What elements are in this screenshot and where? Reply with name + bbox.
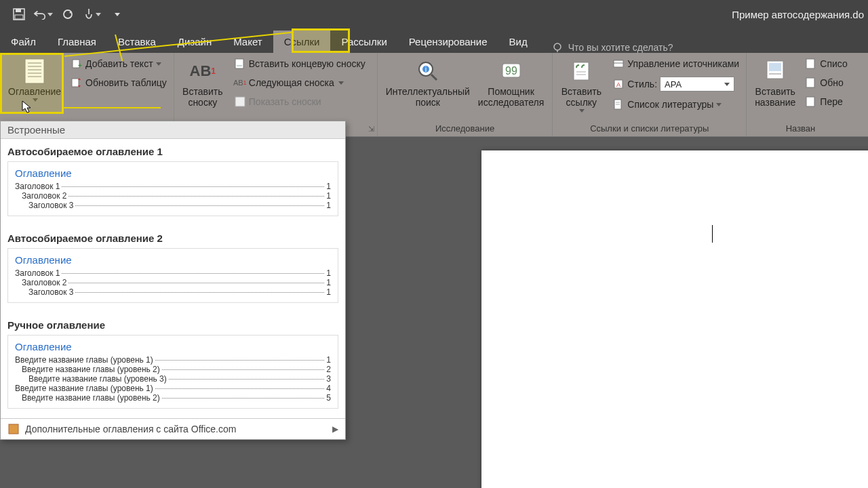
quick-access-toolbar: Пример автосодержания.do: [0, 0, 868, 28]
svg-rect-38: [806, 78, 814, 87]
svg-text:i: i: [425, 65, 427, 73]
svg-text:+: +: [78, 62, 82, 69]
undo-icon[interactable]: [34, 5, 53, 24]
citation-style-dropdown[interactable]: APA: [660, 77, 734, 92]
style-icon: A: [612, 78, 625, 90]
next-footnote-icon: AB1: [234, 77, 246, 89]
footnote-icon: AB1: [188, 58, 218, 85]
citation-icon: [566, 58, 596, 85]
svg-text:A: A: [616, 81, 620, 88]
toc-preview: ОглавлениеЗаголовок 11Заголовок 21Заголо…: [7, 248, 338, 303]
toc-button[interactable]: Оглавление: [4, 55, 65, 104]
smart-lookup-icon: i: [413, 58, 443, 85]
annotation-line: [62, 107, 161, 108]
svg-point-4: [554, 43, 561, 50]
toc-preview: ОглавлениеЗаголовок 11Заголовок 21Заголо…: [7, 161, 338, 216]
insert-endnote-button[interactable]: Вставить концевую сноску: [231, 56, 368, 71]
toc-preview-row: Заголовок 21: [22, 191, 331, 201]
svg-rect-17: [235, 97, 245, 106]
toc-gallery-item[interactable]: Автособираемое оглавление 2ОглавлениеЗаг…: [1, 226, 345, 312]
svg-rect-40: [9, 424, 18, 434]
toc-gallery: Встроенные Автособираемое оглавление 1Ог…: [0, 121, 346, 440]
tab-рецензирование[interactable]: Рецензирование: [398, 30, 498, 53]
svg-rect-35: [769, 63, 781, 71]
update-table-button[interactable]: Обновить таблицу: [68, 75, 170, 90]
office-icon: [7, 423, 20, 435]
insert-footnote-button[interactable]: AB1 Вставить сноску: [178, 55, 227, 110]
toc-preview-row: Введите название главы (уровень 2)2: [22, 365, 331, 374]
svg-rect-24: [574, 62, 589, 80]
save-icon[interactable]: [9, 5, 28, 24]
smart-lookup-button[interactable]: i Интеллектуальный поиск: [382, 55, 474, 110]
group-citations: Вставить ссылку Управление источниками A…: [553, 53, 747, 136]
manage-sources-button[interactable]: Управление источниками: [610, 56, 742, 71]
group-research: i Интеллектуальный поиск 99 Помощник исс…: [378, 53, 553, 136]
more-toc-office-button[interactable]: Дополнительные оглавления с сайта Office…: [1, 418, 345, 439]
captions-group-label: Назван: [751, 122, 850, 136]
customize-qat-icon[interactable]: [107, 5, 126, 24]
tab-главная[interactable]: Главная: [47, 30, 107, 53]
toc-preview-row: Заголовок 21: [22, 278, 331, 287]
caption-icon: [760, 58, 790, 85]
toc-preview-heading: Оглавление: [15, 167, 331, 179]
toc-preview-row: Введите название главы (уровень 1)4: [15, 384, 331, 393]
chevron-right-icon: ▶: [332, 424, 338, 434]
tab-вид[interactable]: Вид: [498, 30, 538, 53]
svg-rect-6: [25, 59, 44, 83]
manage-sources-icon: [612, 58, 625, 70]
citation-style-row: A Стиль: APA: [610, 75, 742, 93]
gallery-section-builtin: Встроенные: [1, 121, 345, 139]
toc-preview-row: Заголовок 31: [28, 287, 331, 297]
gallery-item-title: Ручное оглавление: [7, 319, 338, 331]
document-area: [346, 137, 868, 488]
show-footnotes-button: Показать сноски: [231, 94, 368, 109]
insert-table-figures-button[interactable]: Списо: [802, 56, 850, 71]
researcher-button[interactable]: 99 Помощник исследователя: [474, 55, 549, 110]
svg-rect-2: [15, 15, 23, 19]
bibliography-button[interactable]: Список литературы: [610, 97, 742, 112]
endnote-icon: [234, 58, 246, 70]
group-captions: Вставить название Списо Обно Пере Назван: [747, 53, 854, 136]
tab-рассылки[interactable]: Рассылки: [330, 30, 397, 53]
add-text-button[interactable]: + Добавить текст: [68, 56, 170, 71]
toc-gallery-item[interactable]: Автособираемое оглавление 1ОглавлениеЗаг…: [1, 139, 345, 226]
insert-caption-button[interactable]: Вставить название: [751, 55, 800, 110]
toc-preview-row: Введите название главы (уровень 3)3: [28, 374, 331, 384]
toc-preview: ОглавлениеВведите название главы (уровен…: [7, 335, 338, 409]
svg-text:99: 99: [505, 65, 517, 77]
researcher-icon: 99: [496, 58, 526, 85]
research-group-label: Исследование: [382, 122, 549, 136]
document-title: Пример автосодержания.do: [732, 9, 864, 20]
svg-rect-15: [235, 59, 243, 68]
svg-point-3: [64, 10, 72, 18]
tab-файл[interactable]: Файл: [0, 30, 47, 53]
document-page[interactable]: [481, 150, 868, 488]
toc-preview-row: Введите название главы (уровень 1)1: [15, 355, 331, 365]
insert-citation-button[interactable]: Вставить ссылку: [557, 55, 606, 115]
touch-mode-icon[interactable]: [83, 5, 102, 24]
toc-gallery-item[interactable]: Ручное оглавлениеОглавлениеВведите назва…: [1, 312, 345, 418]
toc-preview-row: Введите название главы (уровень 2)5: [22, 393, 331, 403]
svg-line-21: [431, 75, 437, 80]
svg-rect-39: [806, 97, 814, 106]
add-text-icon: +: [71, 58, 83, 70]
toc-preview-heading: Оглавление: [15, 254, 331, 266]
toc-preview-row: Заголовок 11: [15, 268, 331, 278]
toc-icon: [20, 58, 50, 85]
redo-icon[interactable]: [58, 5, 77, 24]
cross-reference-button[interactable]: Пере: [802, 94, 850, 109]
mouse-cursor-icon: [22, 100, 33, 114]
toc-preview-row: Заголовок 11: [15, 182, 331, 191]
bulb-icon: [552, 42, 563, 53]
svg-rect-14: [72, 79, 79, 87]
gallery-item-title: Автособираемое оглавление 1: [7, 146, 338, 157]
tell-me-input[interactable]: Что вы хотите сделать?: [552, 42, 673, 53]
svg-rect-37: [806, 59, 814, 68]
next-footnote-button[interactable]: AB1 Следующая сноска: [231, 75, 368, 90]
update-icon: [71, 77, 83, 89]
toc-preview-row: Заголовок 31: [28, 201, 331, 210]
update-captions-button[interactable]: Обно: [802, 75, 850, 90]
toc-label: Оглавление: [8, 86, 61, 97]
footnotes-dialog-launcher[interactable]: ⇲: [368, 125, 374, 134]
text-cursor: [712, 225, 713, 243]
